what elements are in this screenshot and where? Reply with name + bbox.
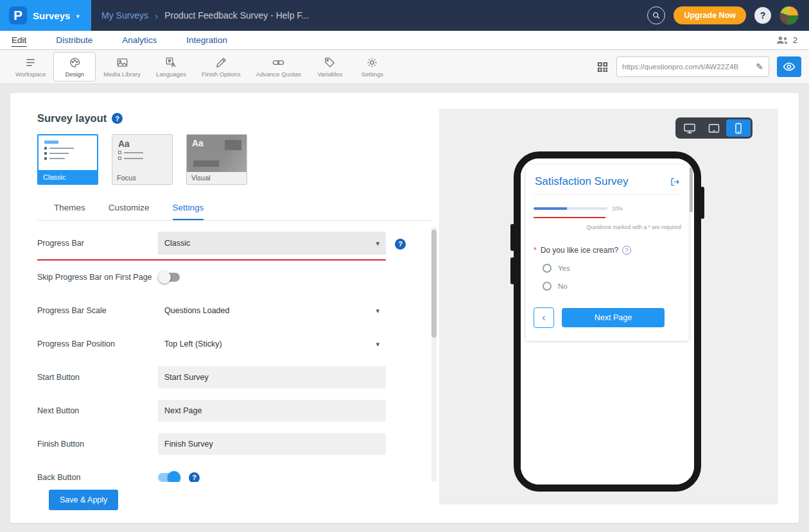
exit-preview-button[interactable] xyxy=(670,177,680,187)
finish-button-label: Finish Button xyxy=(37,440,158,449)
phone-scrollbar-thumb[interactable] xyxy=(690,167,693,212)
form-scrollbar[interactable] xyxy=(431,227,437,482)
survey-title: Satisfaction Survey xyxy=(535,175,629,188)
tablet-icon xyxy=(708,123,720,134)
progress-bar-scale-label: Progress Bar Scale xyxy=(37,306,158,315)
toolbar-item-finish-options[interactable]: Finish Options xyxy=(194,52,248,82)
workspace-icon xyxy=(24,56,37,69)
collaborators-button[interactable]: 2 xyxy=(776,35,797,45)
tab-customize[interactable]: Customize xyxy=(109,203,150,220)
form-row-back-button: Back Button ? xyxy=(37,461,437,482)
design-card: Survey layout ? Classic Aa xyxy=(10,93,799,523)
edit-toolbar: Workspace Design Media Library Languages… xyxy=(0,50,809,84)
form-row-progress-bar: Progress Bar Classic ▾ ? xyxy=(37,227,437,261)
toolbar-item-media-library[interactable]: Media Library xyxy=(96,52,148,82)
toolbar-item-workspace[interactable]: Workspace xyxy=(8,52,53,82)
desktop-preview-button[interactable] xyxy=(677,119,702,137)
progress-bar-help-icon[interactable]: ? xyxy=(395,239,406,250)
qr-code-button[interactable] xyxy=(596,61,609,73)
main-nav: Edit Distribute Analytics Integration 2 xyxy=(0,31,809,50)
chevron-down-icon: ▾ xyxy=(376,340,379,348)
start-button-input[interactable] xyxy=(158,366,386,388)
device-toggle-group xyxy=(675,117,752,139)
answer-option-yes[interactable]: Yes xyxy=(543,264,681,273)
layout-card-visual[interactable]: Aa Visual xyxy=(186,134,247,185)
edit-url-icon[interactable]: ✎ xyxy=(756,62,763,72)
search-button[interactable] xyxy=(647,6,665,24)
preview-survey-button[interactable] xyxy=(777,56,801,77)
layout-card-focus[interactable]: Aa Focus xyxy=(112,134,173,185)
form-scrollbar-thumb[interactable] xyxy=(431,230,437,338)
upgrade-now-button[interactable]: Upgrade Now xyxy=(674,6,746,24)
question-help-icon[interactable]: ? xyxy=(622,246,631,255)
tab-settings[interactable]: Settings xyxy=(173,203,204,220)
phone-mockup: Satisfaction Survey 10% Questions marked… xyxy=(514,151,701,492)
phone-power-button xyxy=(700,187,704,219)
translate-icon xyxy=(165,56,177,69)
gear-icon xyxy=(366,56,378,69)
help-button[interactable]: ? xyxy=(754,7,771,24)
toolbar-item-settings[interactable]: Settings xyxy=(351,52,394,82)
save-apply-button[interactable]: Save & Apply xyxy=(49,490,118,510)
breadcrumb-my-surveys[interactable]: My Surveys xyxy=(101,10,148,21)
preview-panel: Satisfaction Survey 10% Questions marked… xyxy=(439,108,778,504)
preview-progress-bar: 10% xyxy=(534,205,681,212)
toolbar-item-languages[interactable]: Languages xyxy=(148,52,194,82)
layout-cards: Classic Aa Focus Aa Visu xyxy=(37,134,434,185)
nav-tab-integration[interactable]: Integration xyxy=(186,35,227,45)
finish-button-input[interactable] xyxy=(158,433,386,455)
skip-progress-bar-label: Skip Progress Bar on First Page xyxy=(37,273,158,282)
progress-bar-select[interactable]: Classic ▾ xyxy=(158,232,386,255)
back-button-help-icon[interactable]: ? xyxy=(189,472,200,483)
progress-bar-position-select[interactable]: Top Left (Sticky) ▾ xyxy=(158,332,386,356)
eye-icon xyxy=(783,62,796,71)
toolbar-item-advance-quotas[interactable]: Advance Quotas xyxy=(248,52,309,82)
preview-next-page-button[interactable]: Next Page xyxy=(562,308,665,327)
user-avatar[interactable] xyxy=(779,6,799,25)
toolbar-item-variables[interactable]: Variables xyxy=(309,52,351,82)
question-text: Do you like ice cream? xyxy=(541,246,618,255)
progress-bar-position-value: Top Left (Sticky) xyxy=(164,339,222,348)
product-switcher[interactable]: P Surveys ▾ xyxy=(0,0,91,31)
back-button-toggle[interactable] xyxy=(158,473,180,482)
radio-icon[interactable] xyxy=(543,282,552,291)
page-title: Survey layout xyxy=(37,112,107,124)
mobile-preview-button[interactable] xyxy=(726,119,751,137)
progress-bar-position-label: Progress Bar Position xyxy=(37,339,158,348)
chevron-down-icon: ▾ xyxy=(76,12,80,21)
nav-tab-distribute[interactable]: Distribute xyxy=(56,35,92,45)
classic-thumbnail xyxy=(39,135,97,167)
design-palette-icon xyxy=(69,56,81,69)
form-row-progress-bar-scale: Progress Bar Scale Questions Loaded ▾ xyxy=(37,294,437,327)
design-tabs: Themes Customize Settings xyxy=(37,203,431,221)
layout-card-classic[interactable]: Classic xyxy=(37,134,98,185)
highlighted-row: Progress Bar Classic ▾ xyxy=(37,227,386,261)
survey-url-field: ✎ xyxy=(616,56,769,77)
monitor-icon xyxy=(683,123,696,134)
scroll-down-icon[interactable]: ⌄ xyxy=(687,474,693,482)
toolbar-item-design[interactable]: Design xyxy=(53,52,96,82)
form-row-finish-button: Finish Button xyxy=(37,427,437,461)
skip-progress-bar-toggle[interactable] xyxy=(158,273,180,282)
form-row-skip-progress-bar: Skip Progress Bar on First Page xyxy=(37,261,437,294)
survey-url-input[interactable] xyxy=(622,63,752,71)
radio-icon[interactable] xyxy=(543,264,552,273)
answer-option-no[interactable]: No xyxy=(543,282,681,291)
survey-layout-help-icon[interactable]: ? xyxy=(112,113,123,124)
start-button-label: Start Button xyxy=(37,373,158,382)
nav-tab-analytics[interactable]: Analytics xyxy=(122,35,157,45)
links-icon xyxy=(272,56,284,69)
people-icon xyxy=(776,36,789,44)
preview-back-button[interactable]: ‹ xyxy=(534,307,554,328)
nav-tab-edit[interactable]: Edit xyxy=(12,35,26,45)
progress-highlight-underline xyxy=(534,217,605,218)
layout-card-label: Visual xyxy=(187,171,247,184)
progress-bar-scale-select[interactable]: Questions Loaded ▾ xyxy=(158,299,386,322)
phone-screen: Satisfaction Survey 10% Questions marked… xyxy=(521,159,694,485)
tablet-preview-button[interactable] xyxy=(702,119,726,137)
breadcrumb-survey-title: Product Feedback Survey - Help F... xyxy=(164,10,309,21)
required-asterisk: * xyxy=(534,246,537,255)
tab-themes[interactable]: Themes xyxy=(54,203,85,220)
next-button-input[interactable] xyxy=(158,400,386,422)
back-button-label: Back Button xyxy=(37,473,158,482)
